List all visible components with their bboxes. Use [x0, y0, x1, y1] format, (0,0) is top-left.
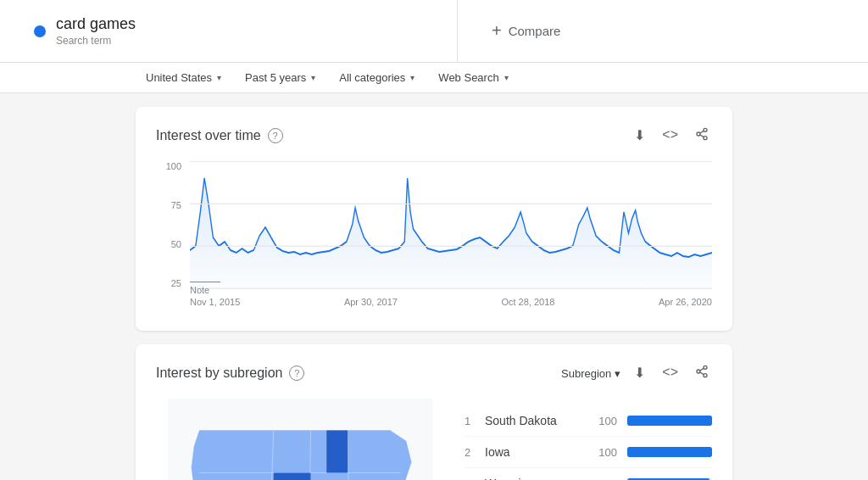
card-title-subregion: Interest by subregion ? [156, 366, 304, 381]
card-title-interest: Interest over time ? [156, 128, 283, 143]
card-actions-subregion: Subregion ▾ ⬇ <> [561, 361, 712, 385]
us-map-svg [156, 399, 444, 480]
top-bar: card games Search term + Compare [0, 0, 868, 63]
interest-chart: 100 75 50 25 [156, 161, 712, 314]
search-type-chevron-icon: ▾ [504, 73, 509, 82]
subregion-share-icon[interactable] [692, 361, 712, 385]
svg-rect-20 [326, 431, 348, 473]
ranking-row-2: 2 Iowa 100 [465, 437, 712, 468]
rank-bar-1 [627, 416, 712, 426]
time-chevron-icon: ▾ [311, 73, 315, 82]
rank-bar-container-2 [627, 447, 712, 457]
interest-over-time-title: Interest over time [156, 128, 261, 143]
svg-point-0 [704, 128, 707, 131]
ranking-row-1: 1 South Dakota 100 [465, 405, 712, 437]
chart-drawing-area [190, 161, 712, 288]
search-type-filter[interactable]: Web Search ▾ [428, 63, 518, 92]
rank-name-1: South Dakota [485, 414, 592, 427]
svg-line-3 [700, 135, 704, 137]
category-filter[interactable]: All categories ▾ [329, 63, 425, 92]
embed-icon[interactable]: <> [659, 124, 682, 148]
svg-point-9 [704, 366, 707, 369]
main-content: Interest over time ? ⬇ <> 100 75 50 [0, 93, 868, 480]
grid-line-50 [190, 246, 712, 247]
rank-name-2: Iowa [485, 445, 592, 459]
subregion-embed-icon[interactable]: <> [659, 361, 682, 385]
rankings-area: 1 South Dakota 100 2 Iowa 100 3 [465, 399, 712, 480]
chart-y-labels: 100 75 50 25 [156, 161, 186, 288]
ranking-row-3: 3 Wyoming 97 [465, 468, 712, 480]
subregion-download-icon[interactable]: ⬇ [631, 361, 648, 385]
svg-rect-21 [274, 473, 311, 481]
interest-by-subregion-title: Interest by subregion [156, 366, 282, 381]
card-header-subregion: Interest by subregion ? Subregion ▾ ⬇ <> [156, 361, 712, 385]
svg-line-12 [700, 372, 704, 375]
y-label-75: 75 [171, 200, 181, 210]
rank-num-3: 3 [465, 477, 485, 481]
rank-val-3: 97 [592, 477, 617, 481]
chart-svg [190, 161, 712, 288]
chart-x-labels: Nov 1, 2015 Apr 30, 2017 Oct 28, 2018 Ap… [190, 297, 712, 314]
x-label-2: Apr 30, 2017 [344, 297, 398, 314]
y-label-100: 100 [166, 161, 181, 171]
us-map [156, 399, 444, 480]
x-label-1: Nov 1, 2015 [190, 297, 240, 314]
share-icon[interactable] [692, 124, 712, 148]
rank-name-3: Wyoming [485, 477, 592, 480]
grid-line-75 [190, 204, 712, 204]
filter-bar: United States ▾ Past 5 years ▾ All categ… [0, 63, 868, 93]
rank-val-2: 100 [592, 446, 617, 459]
interest-help-icon[interactable]: ? [268, 128, 283, 143]
subregion-content: 1 South Dakota 100 2 Iowa 100 3 [156, 399, 712, 480]
y-label-25: 25 [171, 278, 181, 288]
interest-over-time-card: Interest over time ? ⬇ <> 100 75 50 [136, 107, 732, 331]
subregion-dropdown[interactable]: Subregion ▾ [561, 361, 620, 385]
location-filter[interactable]: United States ▾ [136, 63, 231, 92]
subregion-dropdown-chevron: ▾ [615, 367, 620, 380]
interest-by-subregion-card: Interest by subregion ? Subregion ▾ ⬇ <> [136, 344, 732, 480]
svg-point-2 [704, 137, 707, 140]
svg-line-13 [700, 368, 704, 371]
grid-line-100 [190, 161, 712, 162]
svg-line-4 [700, 131, 704, 133]
search-term-label: Search term [56, 35, 136, 47]
card-header-interest: Interest over time ? ⬇ <> [156, 124, 712, 148]
compare-label: Compare [509, 24, 561, 38]
rank-bar-container-1 [627, 416, 712, 426]
card-actions-interest: ⬇ <> [631, 124, 712, 148]
grid-line-25 [190, 288, 712, 289]
category-chevron-icon: ▾ [410, 73, 415, 82]
y-label-50: 50 [171, 239, 181, 249]
search-term-box: card games Search term [17, 0, 458, 62]
compare-button[interactable]: + Compare [458, 6, 594, 56]
rank-num-1: 1 [465, 415, 485, 427]
search-term-dot [34, 25, 46, 37]
search-type-filter-label: Web Search [438, 71, 498, 84]
compare-plus-icon: + [492, 21, 502, 41]
location-filter-label: United States [146, 71, 212, 84]
download-icon[interactable]: ⬇ [631, 124, 648, 148]
subregion-help-icon[interactable]: ? [289, 366, 304, 381]
svg-point-11 [704, 374, 707, 377]
search-term-text: card games [56, 15, 136, 33]
svg-point-1 [697, 132, 700, 136]
rank-bar-2 [627, 447, 712, 457]
location-chevron-icon: ▾ [217, 73, 221, 82]
rank-num-2: 2 [465, 446, 485, 459]
x-label-4: Apr 26, 2020 [659, 297, 712, 314]
chart-note-label: Note [190, 282, 220, 295]
rank-val-1: 100 [592, 415, 617, 427]
time-filter-label: Past 5 years [245, 71, 306, 84]
svg-point-10 [697, 370, 700, 373]
category-filter-label: All categories [339, 71, 405, 84]
subregion-dropdown-label: Subregion [561, 367, 611, 380]
time-filter[interactable]: Past 5 years ▾ [235, 63, 326, 92]
x-label-3: Oct 28, 2018 [501, 297, 554, 314]
